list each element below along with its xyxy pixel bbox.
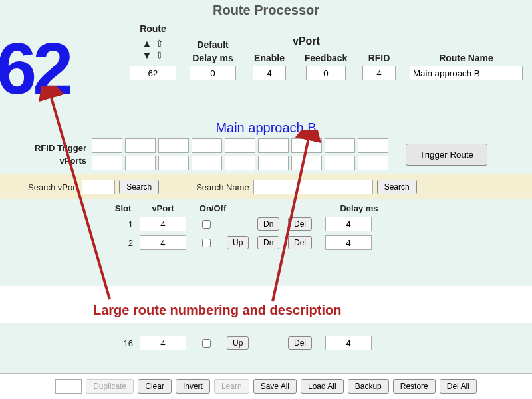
backup-button[interactable]: Backup: [348, 379, 389, 394]
feedback-input[interactable]: [306, 66, 346, 80]
route-name-input[interactable]: [410, 66, 523, 80]
default-delay-input[interactable]: [190, 66, 236, 80]
slots-header: Slot vPort On/Off Delay ms: [0, 200, 532, 215]
vport-trigger-cell[interactable]: [92, 156, 122, 170]
enable-label: Enable: [254, 53, 285, 63]
vport-trigger-cell[interactable]: [258, 156, 289, 170]
route-arrows: ▲ ⇧ ▼ ⇩: [142, 38, 164, 61]
vports-label: vPorts: [7, 156, 86, 166]
invert-button[interactable]: Invert: [176, 379, 210, 394]
rfid-trigger-cell[interactable]: [92, 138, 122, 153]
rfid-trigger-cell[interactable]: [158, 138, 189, 153]
slot-del-button[interactable]: Del: [288, 236, 312, 249]
route-up-outline-icon[interactable]: ⇧: [156, 38, 164, 49]
enable-input[interactable]: [253, 66, 286, 80]
feedback-label: Feedback: [305, 53, 348, 63]
slot-del-button[interactable]: Del: [288, 336, 312, 350]
bottom-toolbar: Duplicate Clear Invert Learn Save All Lo…: [0, 373, 532, 399]
slot-up-button[interactable]: Up: [227, 336, 249, 350]
header-area: 62 vPort Route ▲ ⇧ ▼ ⇩ Default Delay ms …: [0, 23, 532, 116]
default-delay-label2: Delay ms: [192, 53, 233, 63]
vport-trigger-cell[interactable]: [325, 156, 355, 170]
vport-trigger-cell[interactable]: [358, 156, 388, 170]
bottom-number-input[interactable]: [55, 379, 82, 394]
del-all-button[interactable]: Del All: [440, 379, 477, 394]
slot-onoff-checkbox[interactable]: [202, 220, 211, 229]
search-name-button[interactable]: Search: [377, 180, 417, 194]
slot-number: 1: [113, 219, 133, 229]
slot-dn-button[interactable]: Dn: [257, 236, 279, 249]
search-vport-button[interactable]: Search: [119, 180, 159, 194]
slot-delay-input[interactable]: [325, 235, 372, 250]
vport-trigger-cell[interactable]: [192, 156, 222, 170]
slot-number: 2: [113, 238, 133, 248]
vport-trigger-cell[interactable]: [158, 156, 189, 170]
rfid-trigger-cell[interactable]: [358, 138, 388, 153]
vport-trigger-cell[interactable]: [125, 156, 156, 170]
rfid-trigger-cell[interactable]: [125, 138, 156, 153]
rfid-trigger-cell[interactable]: [192, 138, 222, 153]
slot-row: 2UpDnDel: [0, 233, 532, 252]
search-name-input[interactable]: [253, 180, 373, 194]
rfid-input[interactable]: [362, 66, 396, 80]
slot-vport-input[interactable]: [140, 235, 186, 250]
onoff-col-label: On/Off: [193, 203, 233, 213]
route-name-label: Route Name: [439, 53, 493, 63]
slot-row: 1DnDel: [0, 215, 532, 233]
search-vport-input[interactable]: [82, 180, 115, 194]
rfid-trigger-cell[interactable]: [258, 138, 289, 153]
rfid-trigger-cell[interactable]: [291, 138, 322, 153]
vport-col-label: vPort: [140, 203, 186, 213]
trigger-block: RFID Trigger vPorts Trigger Route: [0, 138, 532, 174]
rfid-label: RFID: [368, 53, 390, 63]
big-route-number: 62: [0, 35, 69, 101]
load-all-button[interactable]: Load All: [301, 379, 344, 394]
save-all-button[interactable]: Save All: [253, 379, 297, 394]
slot-onoff-checkbox[interactable]: [202, 339, 211, 348]
route-up-solid-icon[interactable]: ▲: [142, 38, 152, 49]
slot-col-label: Slot: [113, 203, 133, 213]
default-delay-label1: Default: [197, 39, 228, 50]
slot-number: 16: [113, 338, 133, 348]
slot-vport-input[interactable]: [140, 336, 186, 350]
page-title: Route Processor: [0, 0, 532, 23]
rfid-trigger-row: [92, 138, 388, 153]
route-down-outline-icon[interactable]: ⇩: [156, 50, 164, 61]
slot-row: 16UpDel: [0, 334, 532, 352]
search-bar: Search vPort Search Search Name Search: [0, 174, 532, 200]
rfid-trigger-label: RFID Trigger: [7, 143, 86, 153]
annotation-text: Large route numbering and description: [93, 303, 341, 318]
restore-button[interactable]: Restore: [393, 379, 436, 394]
trigger-route-button[interactable]: Trigger Route: [406, 144, 487, 166]
slot-vport-input[interactable]: [140, 217, 186, 231]
rfid-trigger-cell[interactable]: [325, 138, 355, 153]
duplicate-button[interactable]: Duplicate: [86, 379, 134, 394]
slot-delay-input[interactable]: [325, 217, 372, 231]
search-name-label: Search Name: [196, 182, 249, 192]
vport-trigger-cell[interactable]: [291, 156, 322, 170]
slot-del-button[interactable]: Del: [288, 217, 312, 231]
slot-onoff-checkbox[interactable]: [202, 239, 211, 247]
slot-dn-button[interactable]: Dn: [257, 217, 279, 231]
slot-delay-input[interactable]: [325, 336, 372, 350]
route-description: Main approach B: [0, 120, 532, 136]
route-down-solid-icon[interactable]: ▼: [142, 50, 152, 61]
vport-trigger-cell[interactable]: [225, 156, 255, 170]
route-label: Route: [140, 23, 166, 34]
rfid-trigger-cell[interactable]: [225, 138, 255, 153]
vports-row: [92, 156, 388, 170]
search-vport-label: Search vPort: [28, 182, 78, 192]
clear-button[interactable]: Clear: [138, 379, 172, 394]
learn-button[interactable]: Learn: [214, 379, 249, 394]
delay-col-label: Delay ms: [332, 203, 386, 213]
slot-up-button[interactable]: Up: [227, 236, 249, 249]
route-input[interactable]: [130, 66, 176, 80]
